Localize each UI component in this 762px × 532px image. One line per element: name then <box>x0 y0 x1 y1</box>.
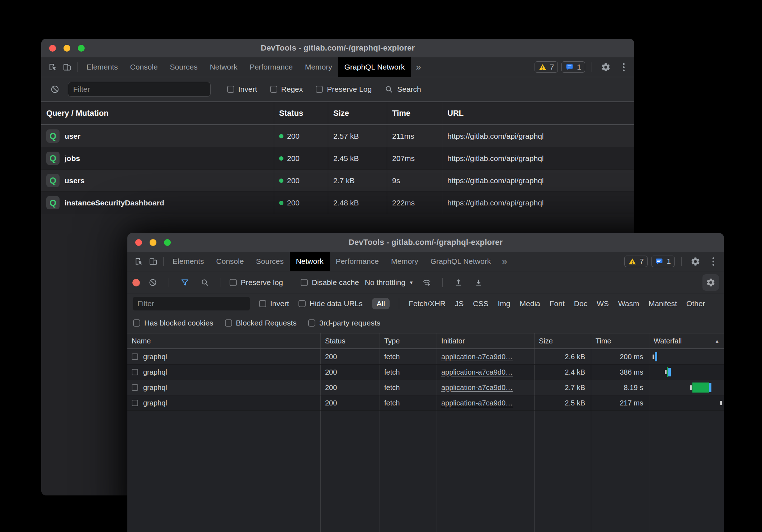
column-header-type[interactable]: Type <box>380 333 437 348</box>
tab-performance[interactable]: Performance <box>330 252 385 271</box>
column-header-time[interactable]: Time <box>591 333 649 348</box>
warnings-badge[interactable]: 7 <box>624 256 648 267</box>
settings-button[interactable] <box>598 60 613 74</box>
network-settings-button[interactable] <box>702 274 719 291</box>
row-checkbox[interactable] <box>132 353 138 360</box>
warnings-badge[interactable]: 7 <box>535 61 558 73</box>
hide-data-urls-checkbox-group[interactable]: Hide data URLs <box>298 299 363 308</box>
type-filter-media[interactable]: Media <box>520 299 540 308</box>
export-har-button[interactable] <box>471 275 486 290</box>
tab-elements[interactable]: Elements <box>166 252 210 271</box>
disable-cache-checkbox[interactable] <box>301 279 308 286</box>
column-header-query-mutation[interactable]: Query / Mutation <box>41 102 274 124</box>
tab-network[interactable]: Network <box>290 252 330 271</box>
preserve-log-checkbox-group[interactable]: Preserve Log <box>316 85 372 94</box>
tab-performance[interactable]: Performance <box>244 57 299 77</box>
kebab-menu-button[interactable] <box>706 254 720 269</box>
network-request-row[interactable]: graphql 200 fetch application-a7ca9d0… 2… <box>127 380 724 395</box>
type-filter-font[interactable]: Font <box>550 299 565 308</box>
inspect-element-button[interactable] <box>132 254 146 269</box>
column-header-initiator[interactable]: Initiator <box>437 333 534 348</box>
initiator-link[interactable]: application-a7ca9d0… <box>441 399 513 407</box>
column-header-url[interactable]: URL <box>442 102 634 124</box>
column-header-size[interactable]: Size <box>534 333 591 348</box>
row-checkbox[interactable] <box>132 369 138 375</box>
invert-checkbox-group[interactable]: Invert <box>227 85 257 94</box>
network-request-row[interactable]: graphql 200 fetch application-a7ca9d0… 2… <box>127 395 724 411</box>
type-filter-other[interactable]: Other <box>686 299 705 308</box>
network-request-row[interactable]: graphql 200 fetch application-a7ca9d0… 2… <box>127 349 724 365</box>
type-filter-css[interactable]: CSS <box>473 299 488 308</box>
invert-checkbox[interactable] <box>227 86 234 93</box>
zoom-window-button[interactable] <box>164 239 171 246</box>
settings-button[interactable] <box>688 254 702 269</box>
minimize-window-button[interactable] <box>150 239 156 246</box>
invert-checkbox[interactable] <box>259 300 266 307</box>
throttling-dropdown[interactable]: No throttling ▼ <box>365 278 414 287</box>
tab-graphql-network[interactable]: GraphQL Network <box>338 57 411 77</box>
more-tabs-button[interactable]: » <box>411 62 426 73</box>
type-filter-manifest[interactable]: Manifest <box>649 299 677 308</box>
search-toggle[interactable]: Search <box>385 85 421 94</box>
close-window-button[interactable] <box>135 239 142 246</box>
tab-network[interactable]: Network <box>204 57 244 77</box>
clear-button[interactable] <box>48 82 62 96</box>
table-row[interactable]: Q users 200 2.7 kB 9s https://gitlab.com… <box>41 170 634 192</box>
filter-input[interactable] <box>68 82 211 97</box>
preserve-log-checkbox[interactable] <box>230 279 237 286</box>
preserve-log-checkbox[interactable] <box>316 86 323 93</box>
table-row[interactable]: Q jobs 200 2.45 kB 207ms https://gitlab.… <box>41 147 634 170</box>
tab-console[interactable]: Console <box>210 252 250 271</box>
type-filter-js[interactable]: JS <box>455 299 464 308</box>
filter-toggle-button[interactable] <box>178 275 192 290</box>
toggle-device-toolbar-button[interactable] <box>146 254 160 269</box>
clear-network-log-button[interactable] <box>146 275 160 290</box>
search-network-button[interactable] <box>198 275 212 290</box>
invert-checkbox-group[interactable]: Invert <box>259 299 289 308</box>
third-party-requests-checkbox-group[interactable]: 3rd-party requests <box>308 319 380 327</box>
blocked-requests-checkbox[interactable] <box>225 319 232 327</box>
zoom-window-button[interactable] <box>78 45 85 52</box>
close-window-button[interactable] <box>49 45 56 52</box>
third-party-requests-checkbox[interactable] <box>308 319 315 327</box>
type-filter-fetch-xhr[interactable]: Fetch/XHR <box>409 299 446 308</box>
toggle-device-toolbar-button[interactable] <box>60 60 74 74</box>
column-header-name[interactable]: Name <box>127 333 320 348</box>
more-tabs-button[interactable]: » <box>497 256 512 267</box>
type-filter-doc[interactable]: Doc <box>574 299 587 308</box>
regex-checkbox[interactable] <box>270 86 277 93</box>
minimize-window-button[interactable] <box>64 45 70 52</box>
network-filter-input[interactable] <box>133 297 250 310</box>
inspect-element-button[interactable] <box>46 60 60 74</box>
tab-console[interactable]: Console <box>124 57 164 77</box>
disable-cache-checkbox-group[interactable]: Disable cache <box>301 278 359 287</box>
issues-badge[interactable]: 1 <box>561 61 585 73</box>
type-filter-ws[interactable]: WS <box>597 299 609 308</box>
type-filter-img[interactable]: Img <box>498 299 511 308</box>
network-request-row[interactable]: graphql 200 fetch application-a7ca9d0… 2… <box>127 365 724 380</box>
tab-sources[interactable]: Sources <box>250 252 290 271</box>
regex-checkbox-group[interactable]: Regex <box>270 85 303 94</box>
type-filter-all[interactable]: All <box>372 298 390 309</box>
column-header-waterfall[interactable]: Waterfall ▲ <box>649 333 724 348</box>
tab-elements[interactable]: Elements <box>80 57 124 77</box>
tab-memory[interactable]: Memory <box>385 252 424 271</box>
initiator-link[interactable]: application-a7ca9d0… <box>441 384 513 392</box>
column-header-time[interactable]: Time <box>387 102 442 124</box>
row-checkbox[interactable] <box>132 384 138 391</box>
network-conditions-button[interactable] <box>419 275 434 290</box>
kebab-menu-button[interactable] <box>616 60 631 74</box>
has-blocked-cookies-checkbox-group[interactable]: Has blocked cookies <box>133 319 213 327</box>
tab-sources[interactable]: Sources <box>164 57 204 77</box>
has-blocked-cookies-checkbox[interactable] <box>133 319 140 327</box>
table-row[interactable]: Q user 200 2.57 kB 211ms https://gitlab.… <box>41 125 634 147</box>
tab-graphql-network[interactable]: GraphQL Network <box>424 252 497 271</box>
type-filter-wasm[interactable]: Wasm <box>618 299 639 308</box>
issues-badge[interactable]: 1 <box>651 256 675 267</box>
import-har-button[interactable] <box>451 275 466 290</box>
column-header-status[interactable]: Status <box>320 333 380 348</box>
row-checkbox[interactable] <box>132 400 138 406</box>
blocked-requests-checkbox-group[interactable]: Blocked Requests <box>225 319 297 327</box>
initiator-link[interactable]: application-a7ca9d0… <box>441 353 513 361</box>
tab-memory[interactable]: Memory <box>299 57 338 77</box>
